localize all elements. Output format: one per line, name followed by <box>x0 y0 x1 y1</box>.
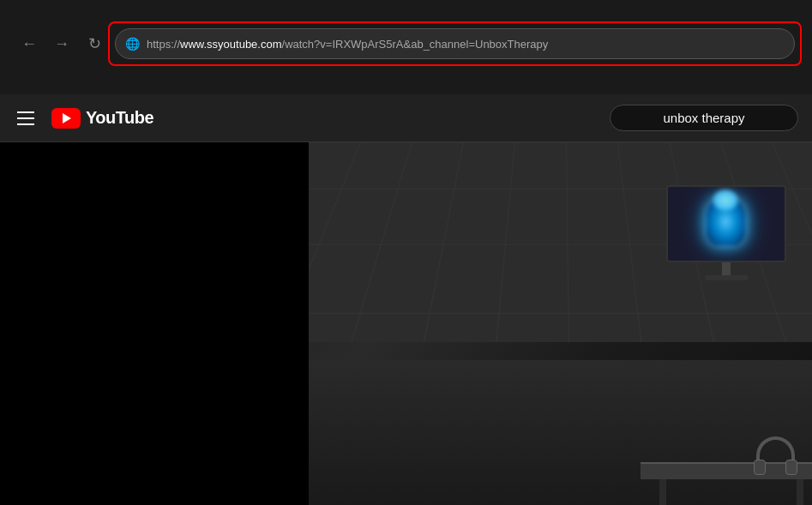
url-domain: www.ssyoutube.com <box>180 38 282 51</box>
hamburger-menu[interactable] <box>14 108 38 129</box>
desk <box>641 462 812 479</box>
hamburger-line-1 <box>17 111 34 113</box>
youtube-play-icon <box>51 108 81 129</box>
url-prefix: https:// <box>147 38 180 51</box>
globe-icon: 🌐 <box>125 37 140 51</box>
forward-button[interactable]: → <box>50 32 74 56</box>
url-text: https://www.ssyoutube.com/watch?v=IRXWpA… <box>147 38 548 51</box>
youtube-logo[interactable]: YouTube <box>51 108 153 129</box>
browser-chrome: ← → ↻ 🌐 https://www.ssyoutube.com/watch?… <box>0 0 812 94</box>
video-background <box>309 142 812 505</box>
back-button[interactable]: ← <box>17 32 41 56</box>
left-panel <box>0 142 309 505</box>
headphones-left-cup <box>754 460 766 475</box>
browser-nav-bar: ← → ↻ 🌐 https://www.ssyoutube.com/watch?… <box>17 28 795 59</box>
headphones-right-cup <box>785 460 797 475</box>
youtube-wordmark: YouTube <box>86 108 153 128</box>
hamburger-line-3 <box>17 123 34 125</box>
monitor-screen <box>666 185 786 262</box>
refresh-button[interactable]: ↻ <box>82 32 106 56</box>
desk-leg-left <box>659 479 666 505</box>
monitor <box>666 185 786 280</box>
floor <box>309 360 812 505</box>
address-bar[interactable]: 🌐 https://www.ssyoutube.com/watch?v=IRXW… <box>115 28 795 59</box>
url-path: /watch?v=IRXWpArS5rA&ab_channel=UnboxThe… <box>282 38 549 51</box>
address-bar-wrapper: 🌐 https://www.ssyoutube.com/watch?v=IRXW… <box>115 28 795 59</box>
main-content <box>0 142 812 505</box>
youtube-header: YouTube unbox therapy <box>0 94 812 142</box>
desk-leg-right <box>797 479 803 505</box>
video-area <box>309 142 812 505</box>
hologram <box>696 189 756 258</box>
monitor-base <box>722 262 731 275</box>
hamburger-line-2 <box>17 117 34 119</box>
search-bar[interactable]: unbox therapy <box>610 105 798 131</box>
monitor-foot <box>705 275 748 280</box>
hologram-figure <box>707 198 745 245</box>
headphones-arc <box>756 436 795 462</box>
headphones <box>752 432 799 479</box>
